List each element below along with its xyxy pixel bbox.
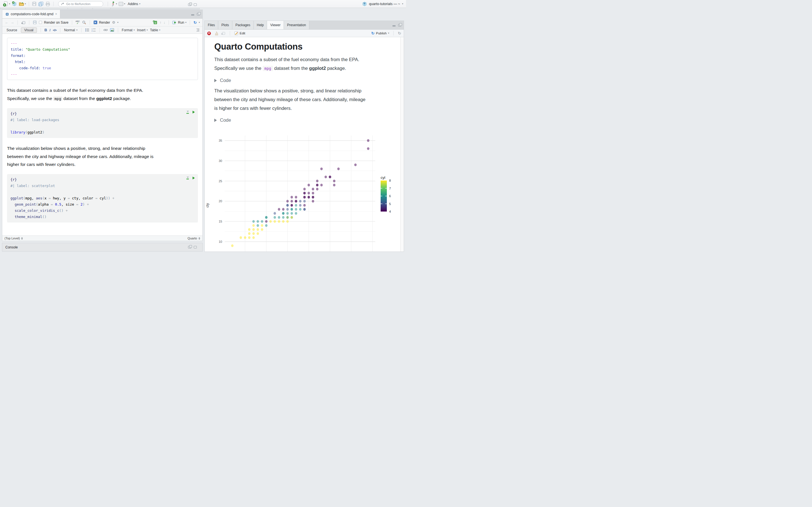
code-fold-2[interactable]: Code <box>214 117 400 123</box>
project-menu[interactable]: R quarto-tutorials — ~ ▾ <box>362 1 403 6</box>
svg-text:R: R <box>364 2 365 5</box>
format-caret-icon: ▾ <box>134 29 135 31</box>
rerun-icon[interactable]: ↻ <box>193 20 197 25</box>
editor-paragraph-2[interactable]: The visualization below shows a positive… <box>7 145 199 169</box>
goto-file-function-input[interactable]: Go to file/function <box>58 1 103 7</box>
tab-computations-code-fold[interactable]: computations-code-fold.qmd × <box>2 10 60 18</box>
spellcheck-button[interactable]: ABC ✓ <box>75 20 80 25</box>
render-settings-caret-icon[interactable]: ▾ <box>117 21 118 24</box>
new-file-caret-icon: ▾ <box>9 3 10 5</box>
image-icon[interactable] <box>110 28 114 32</box>
insert-menu-label: Insert <box>137 28 146 32</box>
editor-content[interactable]: ---title: "Quarto Computations"format: h… <box>2 34 202 235</box>
close-tab-icon[interactable]: × <box>55 12 57 16</box>
outline-scope-selector[interactable]: (Top Level) <box>4 237 23 240</box>
go-prev-chunk-icon[interactable]: ↑ <box>160 20 161 24</box>
popout-window-icon[interactable] <box>21 20 26 24</box>
go-next-chunk-icon[interactable]: ↓ <box>163 20 165 24</box>
text-line: is higher for cars with fewer cylinders. <box>214 104 400 113</box>
publish-button[interactable]: ↻ Publish ▾ <box>371 31 389 36</box>
run-chunks-above-icon[interactable] <box>186 111 189 114</box>
render-on-save-checkbox[interactable] <box>39 21 42 24</box>
italic-button[interactable]: I <box>49 28 50 33</box>
tab-packages[interactable]: Packages <box>232 21 254 29</box>
file-type-label: Quarto <box>188 237 197 240</box>
format-menu-label: Format <box>122 28 133 32</box>
workspace-panes-button[interactable]: ▾ <box>118 1 125 7</box>
back-icon[interactable]: ← <box>5 20 8 24</box>
code-format-button[interactable]: </> <box>53 29 56 32</box>
render-button[interactable]: Render <box>93 20 110 24</box>
render-settings-gear-icon[interactable]: ⚙ <box>112 20 115 24</box>
run-chunks-above-icon[interactable] <box>186 177 189 180</box>
insert-chunk-icon[interactable]: C <box>153 20 158 25</box>
stop-viewer-icon[interactable]: ✕ <box>207 32 211 35</box>
print-button[interactable] <box>45 1 50 7</box>
tab-files[interactable]: Files <box>205 21 218 29</box>
viewer-content[interactable]: Quarto Computations This dataset contain… <box>205 37 404 251</box>
bold-button[interactable]: B <box>45 28 47 32</box>
outline-toggle-icon[interactable] <box>195 29 200 32</box>
save-doc-icon[interactable] <box>33 20 37 24</box>
tab-presentation[interactable]: Presentation <box>284 21 309 29</box>
code-fold-1[interactable]: Code <box>214 78 400 83</box>
refresh-icon[interactable]: ↻ <box>398 31 401 36</box>
clear-broom-icon[interactable] <box>214 31 218 36</box>
run-button[interactable]: Run ▾ <box>172 20 186 24</box>
table-menu[interactable]: Table ▾ <box>150 28 160 32</box>
maximize-console-icon[interactable] <box>194 246 197 248</box>
svg-text:cty: cty <box>206 203 209 207</box>
fold-triangle-icon <box>214 79 217 82</box>
version-control-button[interactable]: ▾ <box>111 1 117 7</box>
maximize-pane-icon[interactable] <box>197 13 200 15</box>
editor-tabstrip: computations-code-fold.qmd × <box>2 10 202 18</box>
save-button[interactable] <box>32 1 37 7</box>
version-control-icon <box>111 1 115 6</box>
source-mode-button[interactable]: Source <box>5 27 18 33</box>
fold-triangle-icon <box>214 119 217 122</box>
text-line: Specifically, we use the mpg dataset fro… <box>7 95 199 103</box>
svg-text:2: 2 <box>92 30 93 32</box>
forward-icon[interactable]: → <box>10 20 14 24</box>
paragraph-style-dropdown[interactable]: Normal ▾ <box>64 28 78 32</box>
code-chunk-load-packages[interactable]: {r}#| label: load-packages library(ggplo… <box>7 108 198 138</box>
find-replace-icon[interactable] <box>82 20 86 25</box>
tab-plots[interactable]: Plots <box>218 21 232 29</box>
open-file-button[interactable]: ▾ <box>18 1 26 7</box>
rerun-caret-icon[interactable]: ▾ <box>199 21 200 24</box>
svg-text:1: 1 <box>92 28 93 30</box>
addins-button[interactable]: Addins ▾ <box>126 2 142 6</box>
paragraph-style-caret-icon: ▾ <box>77 29 78 31</box>
insert-caret-icon: ▾ <box>147 29 148 31</box>
file-type-selector[interactable]: Quarto <box>188 237 200 240</box>
r-project-icon: R <box>362 1 367 6</box>
visual-mode-button[interactable]: Visual <box>21 27 37 33</box>
edit-button[interactable]: Edit <box>234 31 245 35</box>
minimize-pane-icon[interactable] <box>393 24 396 26</box>
yaml-block[interactable]: ---title: "Quarto Computations"format: h… <box>7 38 198 80</box>
tab-help[interactable]: Help <box>254 21 267 29</box>
run-chunk-icon[interactable] <box>193 177 195 179</box>
numbered-list-icon[interactable]: 1 2 <box>92 28 96 32</box>
code-chunk-scatterplot[interactable]: {r}#| label: scatterplot ggplot(mpg, aes… <box>7 174 198 223</box>
restore-pane-icon[interactable] <box>188 3 191 6</box>
save-all-button[interactable] <box>38 1 44 7</box>
insert-menu[interactable]: Insert ▾ <box>137 28 148 32</box>
viewer-scrollbar[interactable] <box>400 37 404 251</box>
tab-viewer[interactable]: Viewer <box>267 21 284 29</box>
code-line: ggplot(mpg, aes(x = hwy, y = cty, color … <box>10 195 195 202</box>
editor-paragraph-1[interactable]: This dataset contains a subset of the fu… <box>7 87 199 103</box>
run-chunk-icon[interactable] <box>193 111 195 114</box>
new-project-button[interactable] <box>11 1 17 7</box>
restore-console-icon[interactable] <box>188 246 191 248</box>
minimize-pane-icon[interactable] <box>191 13 194 15</box>
link-icon[interactable] <box>103 28 108 32</box>
bullet-list-icon[interactable] <box>85 28 89 32</box>
maximize-pane-icon[interactable] <box>398 24 401 26</box>
edit-pencil-icon <box>234 31 238 35</box>
format-menu[interactable]: Format ▾ <box>122 28 135 32</box>
scope-updown-icon <box>21 237 23 240</box>
maximize-pane-icon[interactable] <box>194 3 197 6</box>
popout-viewer-icon[interactable] <box>221 31 225 35</box>
new-file-button[interactable]: ▾ <box>3 1 10 7</box>
